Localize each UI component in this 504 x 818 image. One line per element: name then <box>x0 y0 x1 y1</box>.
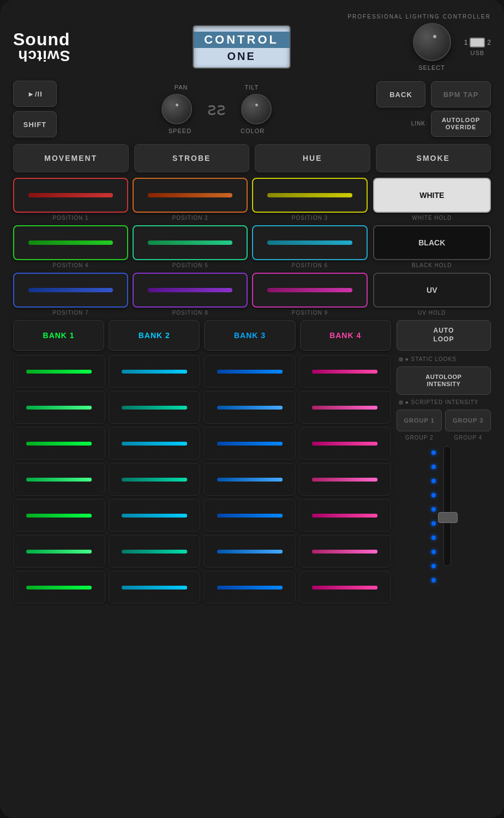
static-looks-label: ● STATIC LOOKS <box>397 355 491 363</box>
pad-r5c3[interactable] <box>203 499 296 532</box>
position-5-label: POSITION 5 <box>172 262 208 268</box>
link-label: LINK <box>411 121 425 127</box>
position-2-label: POSITION 2 <box>172 215 208 221</box>
pad-r2c2[interactable] <box>109 391 201 424</box>
fader-leds <box>431 446 436 582</box>
pad-r4c4[interactable] <box>299 463 391 496</box>
fader-led-7 <box>431 536 436 540</box>
pad-r5c4[interactable] <box>299 499 391 532</box>
pad-r1c1[interactable] <box>13 355 105 388</box>
fader-handle[interactable] <box>438 512 458 523</box>
fader-led-6 <box>431 521 436 526</box>
pad-r4c1[interactable] <box>13 463 105 496</box>
autoloop-intensity-button[interactable]: AUTOLOOPINTENSITY <box>397 366 491 395</box>
uv-hold-label: UV HOLD <box>418 310 446 316</box>
white-button[interactable]: WHITE <box>373 178 491 213</box>
fader-led-10 <box>431 578 436 582</box>
pad-r5c2[interactable] <box>109 499 201 532</box>
pad-r6c1[interactable] <box>13 535 105 568</box>
position-6-pad[interactable] <box>252 225 367 260</box>
pad-r3c2[interactable] <box>109 427 201 460</box>
strobe-button[interactable]: STROBE <box>134 144 250 172</box>
black-hold-label: BLACK HOLD <box>412 262 452 268</box>
ss-logo: ꙅꙅ <box>203 99 230 119</box>
play-pause-button[interactable]: ►/II <box>13 81 57 107</box>
position-1-container: POSITION 1 <box>13 178 128 221</box>
position-7-pad[interactable] <box>13 273 128 308</box>
position-5-pad[interactable] <box>133 225 248 260</box>
select-knob[interactable] <box>413 23 451 61</box>
pad-r4c2[interactable] <box>109 463 201 496</box>
pad-r3c4[interactable] <box>299 427 391 460</box>
pad-r2c1[interactable] <box>13 391 105 424</box>
shift-button[interactable]: SHIFT <box>13 111 57 137</box>
position-1-pad[interactable] <box>13 178 128 213</box>
select-label: SELECT <box>418 64 445 71</box>
right-special-pads: WHITE WHITE HOLD BLACK BLACK HOLD UV UV … <box>373 178 491 316</box>
position-2-pad[interactable] <box>133 178 248 213</box>
fader-led-3 <box>431 479 436 483</box>
pan-knob[interactable] <box>161 94 192 124</box>
fader-track-container[interactable] <box>439 446 455 582</box>
uv-button[interactable]: UV <box>373 273 491 308</box>
white-pad-container: WHITE WHITE HOLD <box>373 178 491 221</box>
fader-led-8 <box>431 550 436 554</box>
bank-3-button[interactable]: BANK 3 <box>204 320 295 351</box>
static-looks-dot <box>399 357 403 362</box>
pad-r1c4[interactable] <box>299 355 391 388</box>
bank-1-button[interactable]: BANK 1 <box>13 320 104 351</box>
pad-r1c3[interactable] <box>203 355 296 388</box>
position-9-label: POSITION 9 <box>292 310 328 316</box>
group-1-button[interactable]: GROUP 1 <box>397 410 442 431</box>
hue-button[interactable]: HUE <box>255 144 370 172</box>
fader-track[interactable] <box>443 446 451 566</box>
usb-ports: 1 2 <box>464 38 491 47</box>
pad-r2c4[interactable] <box>299 391 391 424</box>
position-grid: POSITION 1 POSITION 2 POSITION 3 POSITI <box>13 178 368 316</box>
display-screen: CONTROL ONE <box>193 25 291 69</box>
position-8-pad[interactable] <box>133 273 248 308</box>
position-1-label: POSITION 1 <box>53 215 89 221</box>
pad-r7c1[interactable] <box>13 571 105 604</box>
usb-port2-label: 2 <box>487 39 491 46</box>
position-9-pad[interactable] <box>252 273 367 308</box>
auto-loop-button[interactable]: AUTOLOOP <box>397 320 491 351</box>
fader-led-5 <box>431 507 436 512</box>
position-7-container: POSITION 7 <box>13 273 128 316</box>
pad-r6c3[interactable] <box>203 535 296 568</box>
function-buttons-row: MOVEMENT STROBE HUE SMOKE <box>13 144 491 172</box>
fader-led-1 <box>431 450 436 455</box>
movement-button[interactable]: MOVEMENT <box>13 144 129 172</box>
group-3-button[interactable]: GROUP 3 <box>445 410 491 431</box>
position-3-container: POSITION 3 <box>252 178 367 221</box>
position-2-container: POSITION 2 <box>133 178 248 221</box>
pad-r5c1[interactable] <box>13 499 105 532</box>
pad-r6c4[interactable] <box>299 535 391 568</box>
pad-r7c3[interactable] <box>203 571 296 604</box>
pad-r4c3[interactable] <box>203 463 296 496</box>
pad-r6c2[interactable] <box>109 535 201 568</box>
bank-4-button[interactable]: BANK 4 <box>300 320 391 351</box>
pad-r1c2[interactable] <box>109 355 201 388</box>
position-3-pad[interactable] <box>252 178 367 213</box>
usb-connector[interactable] <box>470 38 485 47</box>
pad-r7c2[interactable] <box>109 571 201 604</box>
pro-label: PROFESSIONAL LIGHTING CONTROLLER <box>347 14 491 20</box>
pan-label: PAN <box>175 84 188 91</box>
bank-buttons: BANK 1 BANK 2 BANK 3 BANK 4 <box>13 320 391 351</box>
auto-loop-button-container: AUTOLOOP <box>397 320 491 351</box>
brand-sound: Sound <box>13 31 70 48</box>
position-4-pad[interactable] <box>13 225 128 260</box>
bpm-tap-button[interactable]: BPM TAP <box>431 81 491 107</box>
black-button[interactable]: BLACK <box>373 225 491 260</box>
white-hold-label: WHITE HOLD <box>412 215 452 221</box>
bank-2-button[interactable]: BANK 2 <box>109 320 200 351</box>
pad-r2c3[interactable] <box>203 391 296 424</box>
tilt-knob[interactable] <box>241 94 272 124</box>
pad-r3c1[interactable] <box>13 427 105 460</box>
pad-r7c4[interactable] <box>299 571 391 604</box>
back-button[interactable]: BACK <box>376 81 425 107</box>
autoloop-override-button[interactable]: AUTOLOOPOVERIDE <box>431 111 491 137</box>
pad-r3c3[interactable] <box>203 427 296 460</box>
smoke-button[interactable]: SMOKE <box>376 144 491 172</box>
